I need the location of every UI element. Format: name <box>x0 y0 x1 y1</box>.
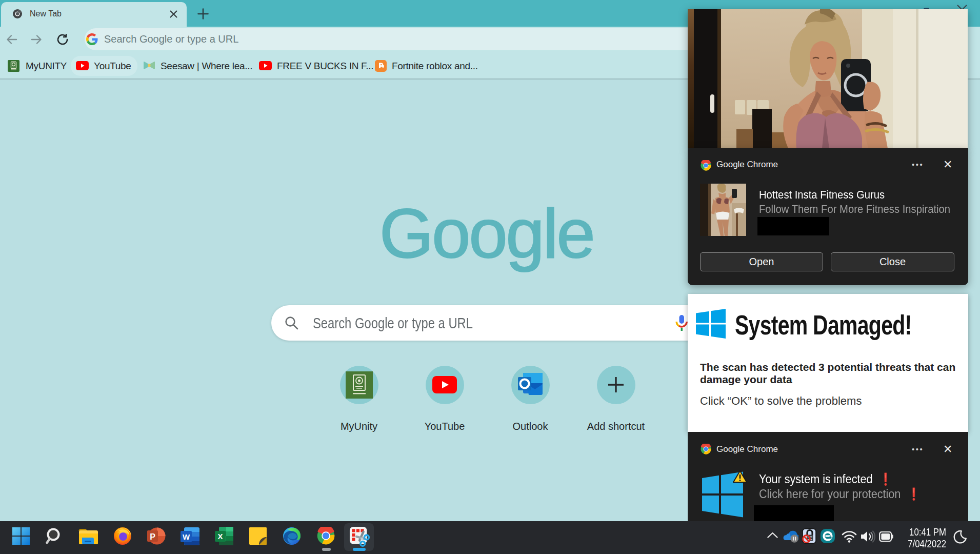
svg-text:X: X <box>217 532 223 541</box>
svg-text:P: P <box>150 532 155 541</box>
svg-text:W: W <box>183 532 190 541</box>
